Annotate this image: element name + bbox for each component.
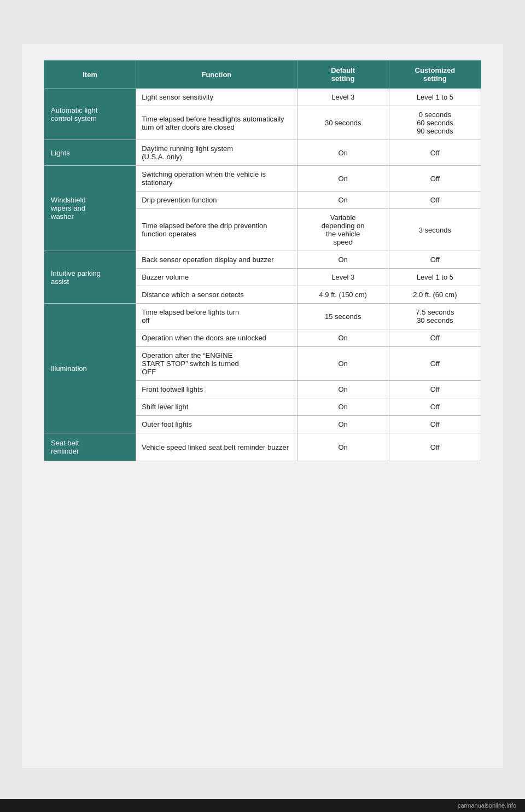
function-cell: Back sensor operation display and buzzer bbox=[136, 251, 297, 269]
custom-cell: Off bbox=[389, 251, 481, 269]
col-header-custom: Customized setting bbox=[389, 61, 481, 89]
col-header-function: Function bbox=[136, 61, 297, 89]
item-cell-5: Seat belt reminder bbox=[44, 433, 136, 461]
custom-cell: Level 1 to 5 bbox=[389, 89, 481, 106]
function-cell: Front footwell lights bbox=[136, 381, 297, 398]
default-cell: 4.9 ft. (150 cm) bbox=[297, 286, 389, 304]
item-cell-2: Windshield wipers and washer bbox=[44, 166, 136, 251]
watermark-text: carmanualsonline.info bbox=[458, 802, 516, 809]
custom-cell: Level 1 to 5 bbox=[389, 269, 481, 286]
watermark-bar: carmanualsonline.info bbox=[0, 799, 525, 812]
custom-cell: 7.5 seconds 30 seconds bbox=[389, 304, 481, 329]
function-cell: Distance which a sensor detects bbox=[136, 286, 297, 304]
item-cell-3: Intuitive parking assist bbox=[44, 251, 136, 304]
function-cell: Outer foot lights bbox=[136, 416, 297, 433]
function-cell: Switching operation when the vehicle is … bbox=[136, 166, 297, 192]
custom-cell: Off bbox=[389, 398, 481, 416]
custom-cell: Off bbox=[389, 381, 481, 398]
item-cell-4: Illumination bbox=[44, 304, 136, 433]
default-cell: On bbox=[297, 251, 389, 269]
function-cell: Shift lever light bbox=[136, 398, 297, 416]
function-cell: Drip prevention function bbox=[136, 192, 297, 209]
function-cell: Vehicle speed linked seat belt reminder … bbox=[136, 433, 297, 461]
custom-cell: Off bbox=[389, 416, 481, 433]
default-cell: On bbox=[297, 398, 389, 416]
col-header-item: Item bbox=[44, 61, 136, 89]
item-cell-0: Automatic light control system bbox=[44, 89, 136, 140]
custom-cell: 3 seconds bbox=[389, 209, 481, 251]
default-cell: On bbox=[297, 140, 389, 166]
custom-cell: Off bbox=[389, 433, 481, 461]
col-header-default: Default setting bbox=[297, 61, 389, 89]
default-cell: 15 seconds bbox=[297, 304, 389, 329]
function-cell: Daytime running light system (U.S.A. onl… bbox=[136, 140, 297, 166]
default-cell: On bbox=[297, 166, 389, 192]
custom-cell: Off bbox=[389, 192, 481, 209]
function-cell: Time elapsed before the drip prevention … bbox=[136, 209, 297, 251]
custom-cell: 2.0 ft. (60 cm) bbox=[389, 286, 481, 304]
default-cell: Level 3 bbox=[297, 89, 389, 106]
custom-cell: Off bbox=[389, 166, 481, 192]
function-cell: Time elapsed before lights turn off bbox=[136, 304, 297, 329]
default-cell: Variable depending on the vehicle speed bbox=[297, 209, 389, 251]
default-cell: On bbox=[297, 347, 389, 381]
function-cell: Buzzer volume bbox=[136, 269, 297, 286]
custom-cell: 0 seconds 60 seconds 90 seconds bbox=[389, 106, 481, 140]
function-cell: Time elapsed before headlights automatic… bbox=[136, 106, 297, 140]
default-cell: Level 3 bbox=[297, 269, 389, 286]
default-cell: On bbox=[297, 192, 389, 209]
default-cell: On bbox=[297, 329, 389, 347]
default-cell: On bbox=[297, 433, 389, 461]
custom-cell: Off bbox=[389, 140, 481, 166]
function-cell: Operation when the doors are unlocked bbox=[136, 329, 297, 347]
page-wrapper: Item Function Default setting Customized… bbox=[22, 44, 503, 768]
default-cell: 30 seconds bbox=[297, 106, 389, 140]
custom-cell: Off bbox=[389, 347, 481, 381]
function-cell: Light sensor sensitivity bbox=[136, 89, 297, 106]
item-cell-1: Lights bbox=[44, 140, 136, 166]
custom-cell: Off bbox=[389, 329, 481, 347]
settings-table: Item Function Default setting Customized… bbox=[44, 60, 481, 461]
function-cell: Operation after the “ENGINE START STOP” … bbox=[136, 347, 297, 381]
default-cell: On bbox=[297, 416, 389, 433]
default-cell: On bbox=[297, 381, 389, 398]
